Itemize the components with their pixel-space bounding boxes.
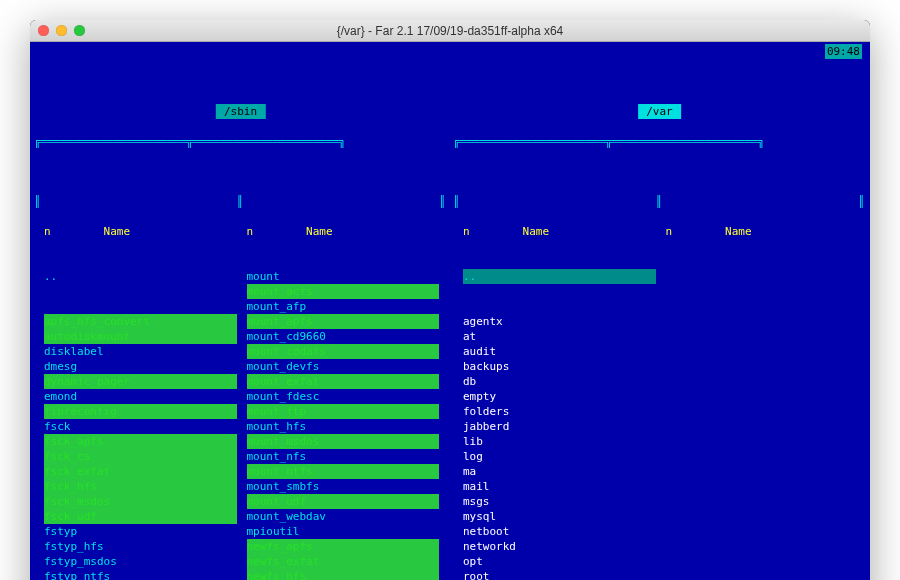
file-item[interactable]: log [463,449,656,464]
file-item[interactable]: mysql [463,509,656,524]
file-item[interactable]: mount [247,269,440,284]
panel-border: ╔══════════════════════╦════════════════… [34,134,447,149]
file-item[interactable]: fsck [44,419,237,434]
col-header: n Name [247,224,440,239]
file-item[interactable]: apfs_hfs_convert [44,314,237,329]
right-col2: n Name [664,194,859,580]
file-item[interactable]: fsck_msdos [44,494,237,509]
file-item[interactable]: ma [463,464,656,479]
file-item[interactable]: newfs_apfs [247,539,440,554]
file-item[interactable]: fsck_hfs [44,479,237,494]
col-header: n Name [463,224,656,239]
file-item[interactable]: mount_fdesc [247,389,440,404]
left-col1: n Name .. apfs_hfs_convertautodiskmountd… [42,194,237,580]
file-item[interactable]: empty [463,389,656,404]
terminal-area: 09:48 ╔══════════════════════╦══════════… [30,42,870,580]
file-item[interactable]: netboot [463,524,656,539]
file-item[interactable]: autodiskmount [44,329,237,344]
file-item[interactable]: fsck_apfs [44,434,237,449]
left-panel[interactable]: ╔══════════════════════╦════════════════… [34,104,447,580]
file-item[interactable]: mount_smbfs [247,479,440,494]
file-item[interactable]: networkd [463,539,656,554]
col-header: n Name [666,224,859,239]
file-item[interactable]: mount_nfs [247,449,440,464]
file-item[interactable]: emond [44,389,237,404]
up-dir[interactable]: .. [44,269,237,284]
file-item[interactable]: mount_devfs [247,359,440,374]
file-item[interactable]: root [463,569,656,580]
file-item[interactable]: fstyp_ntfs [44,569,237,580]
file-item[interactable]: lib [463,434,656,449]
window-title: {/var} - Far 2.1 17/09/19-da351ff-alpha … [30,24,870,38]
file-item[interactable]: mount_ftp [247,404,440,419]
file-item[interactable]: dmesg [44,359,237,374]
file-item[interactable]: fstyp_msdos [44,554,237,569]
col-header: n Name [44,224,237,239]
file-item[interactable]: mount_hfs [247,419,440,434]
file-item[interactable]: jabberd [463,419,656,434]
file-item[interactable]: mount_apfs [247,314,440,329]
file-item[interactable]: dynamic_pager [44,374,237,389]
file-item[interactable]: mount_exfat [247,374,440,389]
file-item[interactable]: mail [463,479,656,494]
right-panel[interactable]: ╔══════════════════════╦════════════════… [453,104,866,580]
file-item[interactable]: agentx [463,314,656,329]
file-item[interactable]: mount_msdos [247,434,440,449]
app-window: {/var} - Far 2.1 17/09/19-da351ff-alpha … [30,20,870,580]
file-item[interactable]: disklabel [44,344,237,359]
file-item[interactable]: mount_acfs [247,284,440,299]
left-panel-path[interactable]: /sbin [215,104,265,119]
up-dir-selected[interactable]: .. [463,269,656,284]
file-item[interactable]: mount_cd9660 [247,329,440,344]
file-item[interactable]: fsck_exfat [44,464,237,479]
file-item[interactable]: mount_udf [247,494,440,509]
file-item[interactable]: fstyp [44,524,237,539]
file-item[interactable]: mount_cddafs [247,344,440,359]
right-col1: n Name .. agentxatauditbackupsdbemptyfol… [461,194,656,580]
file-item[interactable]: db [463,374,656,389]
file-item[interactable]: at [463,329,656,344]
panel-border: ╔══════════════════════╦════════════════… [453,134,866,149]
titlebar: {/var} - Far 2.1 17/09/19-da351ff-alpha … [30,20,870,42]
file-item[interactable]: backups [463,359,656,374]
left-col2: n Name mountmount_acfsmount_afpmount_apf… [245,194,440,580]
right-panel-path[interactable]: /var [638,104,682,119]
file-item[interactable]: opt [463,554,656,569]
file-item[interactable]: msgs [463,494,656,509]
file-item[interactable]: newfs_hfs [247,569,440,580]
file-item[interactable]: fstyp_hfs [44,539,237,554]
file-item[interactable]: mount_ntfs [247,464,440,479]
file-item[interactable]: fibreconfig [44,404,237,419]
file-item[interactable]: folders [463,404,656,419]
file-item[interactable]: fsck_udf [44,509,237,524]
file-item[interactable]: newfs_exfat [247,554,440,569]
file-item[interactable]: audit [463,344,656,359]
file-item[interactable]: fsck_cs [44,449,237,464]
file-item[interactable]: mount_afp [247,299,440,314]
file-item[interactable]: mount_webdav [247,509,440,524]
file-item[interactable]: mpioutil [247,524,440,539]
clock: 09:48 [825,44,862,59]
